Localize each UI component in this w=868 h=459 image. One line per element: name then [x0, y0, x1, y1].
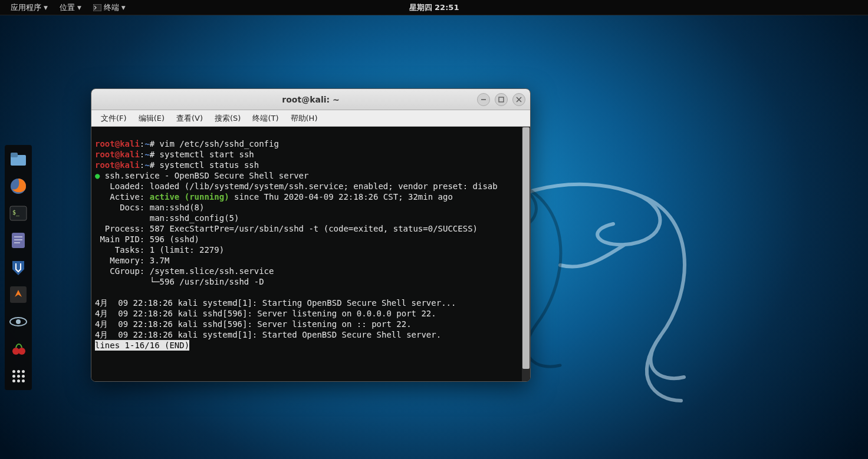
- scrollbar[interactable]: [522, 127, 530, 381]
- panel-clock[interactable]: 星期四 22:51: [409, 2, 459, 13]
- firefox-icon: [9, 177, 27, 195]
- menu-view[interactable]: 查看(V): [170, 113, 209, 124]
- terminal-window: root@kali: ~ 文件(F) 编辑(E) 查看(V) 搜索(S) 终端(…: [91, 88, 531, 382]
- prompt-hash: #: [150, 150, 154, 159]
- log-line: 4月 09 22:18:26 kali systemd[1]: Started …: [95, 330, 441, 339]
- menu-search[interactable]: 搜索(S): [209, 113, 246, 124]
- minimize-icon: [481, 97, 486, 103]
- svg-rect-6: [12, 233, 25, 248]
- prompt-user: root@kali: [95, 160, 140, 170]
- svg-point-14: [18, 348, 25, 355]
- window-controls: [477, 93, 525, 106]
- prompt-hash: #: [150, 139, 154, 148]
- panel-applications[interactable]: 应用程序 ▼: [5, 2, 54, 13]
- output-line: Main PID: 596 (sshd): [95, 235, 199, 244]
- dock-texteditor[interactable]: [8, 230, 29, 251]
- prompt-hash: #: [150, 160, 154, 170]
- output-label: Active:: [95, 192, 150, 202]
- prompt-path: ~: [144, 150, 149, 159]
- prompt-path: ~: [144, 139, 149, 148]
- metasploit-icon: [10, 259, 27, 276]
- command-text: systemctl status ssh: [154, 160, 259, 170]
- output-line: man:sshd_config(5): [95, 213, 239, 223]
- apps-grid-icon: [12, 370, 25, 382]
- chevron-down-icon: ▼: [44, 5, 48, 11]
- prompt-user: root@kali: [95, 150, 140, 159]
- dock-files[interactable]: [8, 148, 29, 170]
- menu-file[interactable]: 文件(F): [95, 113, 133, 124]
- prompt-path: ~: [144, 160, 149, 170]
- close-icon: [516, 97, 522, 103]
- panel-places-label: 位置: [60, 2, 75, 13]
- svg-rect-2: [11, 153, 18, 157]
- maximize-button[interactable]: [495, 93, 508, 106]
- terminal-body[interactable]: root@kali:~# vim /etc/ssh/sshd_config ro…: [91, 127, 530, 381]
- output-line: Process: 587 ExecStartPre=/usr/sbin/sshd…: [95, 224, 478, 233]
- panel-clock-text: 星期四 22:51: [409, 3, 459, 12]
- close-button[interactable]: [512, 93, 525, 106]
- files-icon: [9, 151, 27, 167]
- panel-terminal-label: 终端: [104, 2, 119, 13]
- panel-terminal[interactable]: 终端 ▼: [87, 2, 131, 13]
- output-line: Memory: 3.7M: [95, 256, 169, 265]
- output-line: since Thu 2020-04-09 22:18:26 CST; 32min…: [229, 192, 453, 202]
- command-text: vim /etc/ssh/sshd_config: [154, 139, 279, 148]
- terminal-icon: $_: [9, 206, 27, 221]
- pager-end-marker: lines 1-16/16 (END): [95, 340, 189, 351]
- dock-terminal[interactable]: $_: [8, 203, 29, 224]
- log-line: 4月 09 22:18:26 kali systemd[1]: Starting…: [95, 298, 456, 308]
- window-title: root@kali: ~: [282, 95, 339, 104]
- titlebar[interactable]: root@kali: ~: [91, 89, 530, 110]
- output-line: Loaded: loaded (/lib/systemd/system/ssh.…: [95, 181, 498, 191]
- svg-point-12: [16, 319, 21, 324]
- svg-rect-16: [499, 97, 504, 102]
- texteditor-icon: [10, 232, 27, 249]
- service-header: ssh.service - OpenBSD Secure Shell serve…: [100, 171, 308, 180]
- maximize-icon: [498, 97, 504, 103]
- dock-eye[interactable]: [8, 311, 29, 332]
- menu-help[interactable]: 帮助(H): [285, 113, 324, 124]
- eye-icon: [9, 316, 28, 328]
- output-line: CGroup: /system.slice/ssh.service: [95, 266, 274, 276]
- prompt-user: root@kali: [95, 139, 140, 148]
- dock-firefox[interactable]: [8, 176, 29, 197]
- output-line: └─596 /usr/sbin/sshd -D: [95, 277, 264, 286]
- command-text: systemctl start ssh: [154, 150, 254, 159]
- dock: $_: [5, 145, 32, 390]
- panel-places[interactable]: 位置 ▼: [54, 2, 87, 13]
- scrollbar-thumb[interactable]: [522, 127, 530, 369]
- dock-apps-grid[interactable]: [8, 365, 29, 387]
- cherrytree-icon: [10, 341, 27, 357]
- dock-metasploit[interactable]: [8, 257, 29, 278]
- active-status: active (running): [150, 192, 229, 202]
- dock-cherrytree[interactable]: [8, 338, 29, 359]
- panel-applications-label: 应用程序: [11, 2, 41, 13]
- svg-text:$_: $_: [12, 209, 20, 216]
- output-line: Tasks: 1 (limit: 2279): [95, 245, 224, 255]
- terminal-mini-icon: [93, 4, 101, 11]
- panel-left: 应用程序 ▼ 位置 ▼ 终端 ▼: [5, 2, 131, 13]
- top-panel: 应用程序 ▼ 位置 ▼ 终端 ▼ 星期四 22:51: [0, 0, 868, 15]
- menu-edit[interactable]: 编辑(E): [133, 113, 170, 124]
- log-line: 4月 09 22:18:26 kali sshd[596]: Server li…: [95, 309, 436, 318]
- menubar: 文件(F) 编辑(E) 查看(V) 搜索(S) 终端(T) 帮助(H): [91, 110, 530, 127]
- dock-burp[interactable]: [8, 284, 29, 305]
- output-line: Docs: man:sshd(8): [95, 203, 204, 212]
- burp-icon: [10, 286, 27, 303]
- chevron-down-icon: ▼: [121, 5, 126, 11]
- chevron-down-icon: ▼: [77, 5, 81, 11]
- svg-rect-0: [93, 4, 101, 11]
- log-line: 4月 09 22:18:26 kali sshd[596]: Server li…: [95, 319, 412, 329]
- minimize-button[interactable]: [477, 93, 490, 106]
- menu-terminal[interactable]: 终端(T): [246, 113, 284, 124]
